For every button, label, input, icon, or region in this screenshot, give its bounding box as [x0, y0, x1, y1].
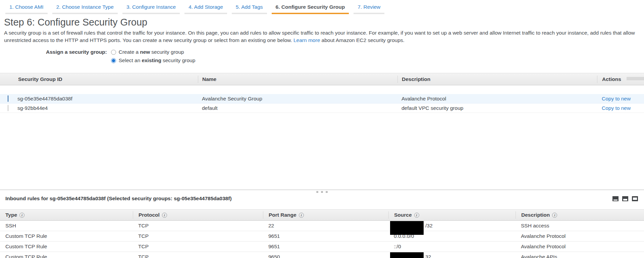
- radio-icon[interactable]: [111, 58, 116, 63]
- cell-rule-description: Avalanche APIs: [516, 254, 644, 258]
- pane-splitter: [0, 189, 644, 194]
- copy-to-new-link[interactable]: Copy to new: [602, 105, 631, 111]
- cell-type: Custom TCP Rule: [0, 244, 133, 250]
- wizard-tab[interactable]: 1. Choose AMI: [5, 3, 48, 14]
- cell-security-group-id: sg-92bb44e4: [13, 105, 198, 111]
- cell-source-text: 32: [425, 254, 431, 258]
- option-text-pre: Select an: [119, 57, 141, 63]
- pane-view-toggles: [612, 196, 638, 201]
- option-text-bold: existing: [142, 57, 161, 63]
- cell-protocol: TCP: [133, 244, 263, 250]
- cell-source: /32: [388, 223, 516, 229]
- security-groups-table: Security Group ID Name Description Actio…: [0, 73, 644, 189]
- page-title: Step 6: Configure Security Group: [4, 17, 644, 28]
- inbound-rules-table: Type i Protocol i Port Range i Source i …: [0, 209, 644, 258]
- radio-icon[interactable]: [111, 50, 116, 55]
- cell-source-text: /32: [425, 223, 433, 228]
- wizard-tab[interactable]: 2. Choose Instance Type: [52, 3, 118, 14]
- inbound-rule-row: Custom TCP Rule TCP 9650 32 Avalanche AP…: [0, 252, 644, 258]
- column-label: Type: [5, 212, 17, 218]
- wizard-tab[interactable]: 7. Review: [354, 3, 384, 14]
- assign-security-group: Assign a security group: Create a new se…: [46, 49, 644, 66]
- redaction-overlay: [390, 221, 424, 235]
- checkbox-cell: [0, 96, 13, 102]
- bottom-pane-large-icon[interactable]: [632, 196, 638, 201]
- wizard-tab[interactable]: 6. Configure Security Group: [272, 3, 349, 14]
- cell-source: 32: [388, 254, 516, 258]
- redaction-overlay: [390, 252, 424, 258]
- learn-more-link[interactable]: Learn more: [293, 37, 320, 43]
- inbound-rule-row: Custom TCP Rule TCP 9651 0.0.0.0/0 Avala…: [0, 231, 644, 242]
- configure-security-group-page: 1. Choose AMI 2. Choose Instance Type 3.…: [0, 0, 644, 258]
- security-groups-table-body: sg-05e35e44785da038f Avalanche Security …: [0, 85, 644, 189]
- splitter-drag-handle-icon[interactable]: [317, 191, 328, 193]
- cell-port-range: 22: [263, 223, 388, 229]
- wizard-tab[interactable]: 4. Add Storage: [184, 3, 227, 14]
- cell-source-text: ::/0: [394, 244, 401, 249]
- cell-source: ::/0: [388, 244, 516, 250]
- option-text-pre: Create a: [119, 49, 139, 55]
- info-icon[interactable]: i: [552, 213, 557, 218]
- cell-protocol: TCP: [133, 233, 263, 239]
- column-header-name: Name: [198, 76, 397, 83]
- info-icon[interactable]: i: [19, 213, 24, 218]
- column-header-type: Type i: [0, 211, 133, 219]
- cell-description: default VPC security group: [397, 105, 597, 111]
- inbound-rules-table-header: Type i Protocol i Port Range i Source i …: [0, 210, 644, 221]
- column-header-protocol: Protocol i: [133, 211, 263, 219]
- cell-port-range: 9651: [263, 233, 388, 239]
- option-text-post: security group: [163, 57, 195, 63]
- row-checkbox[interactable]: [8, 105, 8, 111]
- inbound-rules-table-body: SSH TCP 22 /32 SSH access Custom TCP Rul…: [0, 221, 644, 258]
- option-text-bold: new: [140, 49, 150, 55]
- wizard-tab[interactable]: 5. Add Tags: [232, 3, 267, 14]
- cell-type: Custom TCP Rule: [0, 233, 133, 239]
- column-label: Source: [394, 212, 412, 218]
- cell-description: Avalanche Protocol: [397, 96, 597, 102]
- cell-port-range: 9650: [263, 254, 388, 258]
- assign-options: Create a new security group Select an ex…: [111, 49, 196, 66]
- column-label: Description: [521, 212, 550, 218]
- bottom-pane-half-icon[interactable]: [622, 196, 628, 201]
- assign-label: Assign a security group:: [46, 49, 107, 66]
- wizard-tabbar: 1. Choose AMI 2. Choose Instance Type 3.…: [0, 0, 644, 14]
- security-group-radio-option[interactable]: Select an existing security group: [111, 57, 196, 63]
- column-label: Protocol: [139, 212, 160, 218]
- cell-type: Custom TCP Rule: [0, 254, 133, 258]
- bottom-pane-small-icon[interactable]: [612, 196, 619, 201]
- inbound-rules-title: Inbound rules for sg-05e35e44785da038f (…: [5, 196, 232, 202]
- column-header-description: Description: [397, 76, 597, 83]
- option-text-post: security group: [151, 49, 184, 55]
- cell-rule-description: Avalanche Protocol: [516, 244, 644, 250]
- info-icon[interactable]: i: [414, 213, 419, 218]
- security-group-radio-option[interactable]: Create a new security group: [111, 49, 196, 55]
- column-header-port-range: Port Range i: [263, 211, 388, 219]
- wizard-tab[interactable]: 3. Configure Instance: [122, 3, 180, 14]
- cell-rule-description: SSH access: [516, 223, 644, 229]
- cell-protocol: TCP: [133, 254, 263, 258]
- column-label: Port Range: [269, 212, 297, 218]
- table-scrollbar-thumb[interactable]: [627, 77, 644, 80]
- copy-to-new-link[interactable]: Copy to new: [602, 96, 631, 101]
- row-checkbox[interactable]: [8, 95, 8, 102]
- inbound-rule-row: SSH TCP 22 /32 SSH access: [0, 221, 644, 231]
- checkbox-cell: [0, 105, 13, 111]
- cell-security-group-id: sg-05e35e44785da038f: [13, 96, 198, 102]
- cell-rule-description: Avalanche Protocol: [516, 233, 644, 239]
- cell-name: Avalanche Security Group: [198, 96, 397, 102]
- security-group-row[interactable]: sg-05e35e44785da038f Avalanche Security …: [0, 94, 644, 103]
- column-header-security-group-id: Security Group ID: [13, 76, 198, 82]
- info-icon[interactable]: i: [162, 213, 167, 218]
- column-header-source: Source i: [388, 211, 516, 219]
- inbound-rules-header: Inbound rules for sg-05e35e44785da038f (…: [5, 196, 638, 202]
- cell-type: SSH: [0, 223, 133, 229]
- info-icon[interactable]: i: [299, 213, 304, 218]
- inbound-rule-row: Custom TCP Rule TCP 9651 ::/0 Avalanche …: [0, 242, 644, 252]
- security-group-row[interactable]: sg-92bb44e4 default default VPC security…: [0, 103, 644, 113]
- cell-protocol: TCP: [133, 223, 263, 229]
- security-groups-table-header: Security Group ID Name Description Actio…: [0, 73, 644, 85]
- column-header-description: Description i: [516, 211, 644, 219]
- page-description: A security group is a set of firewall ru…: [4, 29, 639, 44]
- description-text-2: about Amazon EC2 security groups.: [322, 37, 405, 43]
- cell-name: default: [198, 105, 397, 111]
